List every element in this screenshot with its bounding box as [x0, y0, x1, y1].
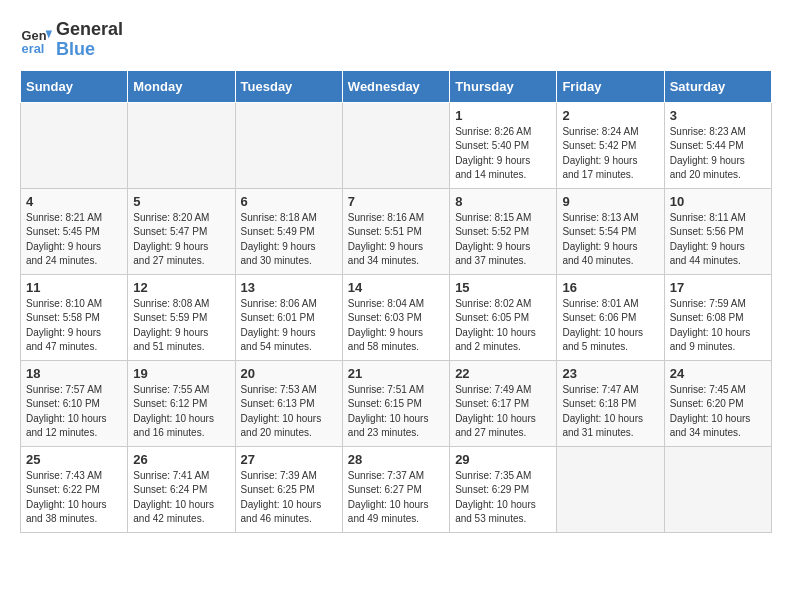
- calendar-cell: [235, 102, 342, 188]
- calendar-cell: [664, 446, 771, 532]
- day-number: 11: [26, 280, 122, 295]
- day-number: 7: [348, 194, 444, 209]
- weekday-header-monday: Monday: [128, 70, 235, 102]
- day-info: Sunrise: 7:49 AM Sunset: 6:17 PM Dayligh…: [455, 383, 551, 441]
- calendar-cell: 24Sunrise: 7:45 AM Sunset: 6:20 PM Dayli…: [664, 360, 771, 446]
- day-info: Sunrise: 8:20 AM Sunset: 5:47 PM Dayligh…: [133, 211, 229, 269]
- day-info: Sunrise: 8:04 AM Sunset: 6:03 PM Dayligh…: [348, 297, 444, 355]
- calendar-cell: [342, 102, 449, 188]
- calendar-cell: 7Sunrise: 8:16 AM Sunset: 5:51 PM Daylig…: [342, 188, 449, 274]
- day-info: Sunrise: 8:21 AM Sunset: 5:45 PM Dayligh…: [26, 211, 122, 269]
- calendar-cell: 14Sunrise: 8:04 AM Sunset: 6:03 PM Dayli…: [342, 274, 449, 360]
- day-number: 12: [133, 280, 229, 295]
- page-header: Gen eral General Blue: [20, 20, 772, 60]
- calendar-cell: 5Sunrise: 8:20 AM Sunset: 5:47 PM Daylig…: [128, 188, 235, 274]
- calendar-cell: [128, 102, 235, 188]
- calendar-cell: 27Sunrise: 7:39 AM Sunset: 6:25 PM Dayli…: [235, 446, 342, 532]
- calendar-week-2: 4Sunrise: 8:21 AM Sunset: 5:45 PM Daylig…: [21, 188, 772, 274]
- day-number: 24: [670, 366, 766, 381]
- calendar-cell: 13Sunrise: 8:06 AM Sunset: 6:01 PM Dayli…: [235, 274, 342, 360]
- weekday-header-tuesday: Tuesday: [235, 70, 342, 102]
- day-number: 16: [562, 280, 658, 295]
- calendar-cell: [21, 102, 128, 188]
- calendar-cell: 17Sunrise: 7:59 AM Sunset: 6:08 PM Dayli…: [664, 274, 771, 360]
- day-info: Sunrise: 8:26 AM Sunset: 5:40 PM Dayligh…: [455, 125, 551, 183]
- day-info: Sunrise: 8:15 AM Sunset: 5:52 PM Dayligh…: [455, 211, 551, 269]
- day-info: Sunrise: 7:47 AM Sunset: 6:18 PM Dayligh…: [562, 383, 658, 441]
- calendar-cell: 12Sunrise: 8:08 AM Sunset: 5:59 PM Dayli…: [128, 274, 235, 360]
- logo: Gen eral General Blue: [20, 20, 123, 60]
- day-number: 2: [562, 108, 658, 123]
- calendar-cell: 16Sunrise: 8:01 AM Sunset: 6:06 PM Dayli…: [557, 274, 664, 360]
- logo-blue: Blue: [56, 40, 123, 60]
- calendar-cell: 28Sunrise: 7:37 AM Sunset: 6:27 PM Dayli…: [342, 446, 449, 532]
- svg-marker-2: [46, 30, 52, 38]
- day-number: 8: [455, 194, 551, 209]
- day-info: Sunrise: 8:06 AM Sunset: 6:01 PM Dayligh…: [241, 297, 337, 355]
- day-info: Sunrise: 8:18 AM Sunset: 5:49 PM Dayligh…: [241, 211, 337, 269]
- day-number: 23: [562, 366, 658, 381]
- calendar-cell: 19Sunrise: 7:55 AM Sunset: 6:12 PM Dayli…: [128, 360, 235, 446]
- calendar-cell: 2Sunrise: 8:24 AM Sunset: 5:42 PM Daylig…: [557, 102, 664, 188]
- calendar-cell: 3Sunrise: 8:23 AM Sunset: 5:44 PM Daylig…: [664, 102, 771, 188]
- day-info: Sunrise: 7:45 AM Sunset: 6:20 PM Dayligh…: [670, 383, 766, 441]
- day-info: Sunrise: 8:23 AM Sunset: 5:44 PM Dayligh…: [670, 125, 766, 183]
- calendar-cell: 1Sunrise: 8:26 AM Sunset: 5:40 PM Daylig…: [450, 102, 557, 188]
- calendar-cell: 20Sunrise: 7:53 AM Sunset: 6:13 PM Dayli…: [235, 360, 342, 446]
- day-number: 10: [670, 194, 766, 209]
- day-info: Sunrise: 7:37 AM Sunset: 6:27 PM Dayligh…: [348, 469, 444, 527]
- calendar-table: SundayMondayTuesdayWednesdayThursdayFrid…: [20, 70, 772, 533]
- day-number: 27: [241, 452, 337, 467]
- day-number: 1: [455, 108, 551, 123]
- day-number: 5: [133, 194, 229, 209]
- day-number: 28: [348, 452, 444, 467]
- calendar-cell: 26Sunrise: 7:41 AM Sunset: 6:24 PM Dayli…: [128, 446, 235, 532]
- calendar-cell: 11Sunrise: 8:10 AM Sunset: 5:58 PM Dayli…: [21, 274, 128, 360]
- calendar-cell: 21Sunrise: 7:51 AM Sunset: 6:15 PM Dayli…: [342, 360, 449, 446]
- day-number: 25: [26, 452, 122, 467]
- calendar-week-5: 25Sunrise: 7:43 AM Sunset: 6:22 PM Dayli…: [21, 446, 772, 532]
- day-info: Sunrise: 8:02 AM Sunset: 6:05 PM Dayligh…: [455, 297, 551, 355]
- day-number: 14: [348, 280, 444, 295]
- day-info: Sunrise: 8:24 AM Sunset: 5:42 PM Dayligh…: [562, 125, 658, 183]
- day-info: Sunrise: 7:51 AM Sunset: 6:15 PM Dayligh…: [348, 383, 444, 441]
- weekday-header-sunday: Sunday: [21, 70, 128, 102]
- calendar-cell: 15Sunrise: 8:02 AM Sunset: 6:05 PM Dayli…: [450, 274, 557, 360]
- calendar-cell: 10Sunrise: 8:11 AM Sunset: 5:56 PM Dayli…: [664, 188, 771, 274]
- day-info: Sunrise: 8:13 AM Sunset: 5:54 PM Dayligh…: [562, 211, 658, 269]
- day-number: 18: [26, 366, 122, 381]
- day-number: 4: [26, 194, 122, 209]
- day-number: 26: [133, 452, 229, 467]
- weekday-header-wednesday: Wednesday: [342, 70, 449, 102]
- day-number: 15: [455, 280, 551, 295]
- day-info: Sunrise: 7:43 AM Sunset: 6:22 PM Dayligh…: [26, 469, 122, 527]
- calendar-cell: 8Sunrise: 8:15 AM Sunset: 5:52 PM Daylig…: [450, 188, 557, 274]
- day-number: 20: [241, 366, 337, 381]
- day-info: Sunrise: 8:10 AM Sunset: 5:58 PM Dayligh…: [26, 297, 122, 355]
- calendar-week-3: 11Sunrise: 8:10 AM Sunset: 5:58 PM Dayli…: [21, 274, 772, 360]
- day-number: 17: [670, 280, 766, 295]
- day-info: Sunrise: 7:53 AM Sunset: 6:13 PM Dayligh…: [241, 383, 337, 441]
- calendar-cell: 29Sunrise: 7:35 AM Sunset: 6:29 PM Dayli…: [450, 446, 557, 532]
- calendar-cell: 4Sunrise: 8:21 AM Sunset: 5:45 PM Daylig…: [21, 188, 128, 274]
- calendar-cell: 25Sunrise: 7:43 AM Sunset: 6:22 PM Dayli…: [21, 446, 128, 532]
- calendar-cell: [557, 446, 664, 532]
- day-info: Sunrise: 7:39 AM Sunset: 6:25 PM Dayligh…: [241, 469, 337, 527]
- logo-icon: Gen eral: [20, 24, 52, 56]
- calendar-week-1: 1Sunrise: 8:26 AM Sunset: 5:40 PM Daylig…: [21, 102, 772, 188]
- day-info: Sunrise: 8:01 AM Sunset: 6:06 PM Dayligh…: [562, 297, 658, 355]
- calendar-week-4: 18Sunrise: 7:57 AM Sunset: 6:10 PM Dayli…: [21, 360, 772, 446]
- weekday-header-thursday: Thursday: [450, 70, 557, 102]
- day-number: 3: [670, 108, 766, 123]
- day-info: Sunrise: 7:57 AM Sunset: 6:10 PM Dayligh…: [26, 383, 122, 441]
- day-info: Sunrise: 8:16 AM Sunset: 5:51 PM Dayligh…: [348, 211, 444, 269]
- day-info: Sunrise: 7:41 AM Sunset: 6:24 PM Dayligh…: [133, 469, 229, 527]
- day-info: Sunrise: 7:55 AM Sunset: 6:12 PM Dayligh…: [133, 383, 229, 441]
- weekday-header-saturday: Saturday: [664, 70, 771, 102]
- weekday-header-friday: Friday: [557, 70, 664, 102]
- calendar-cell: 9Sunrise: 8:13 AM Sunset: 5:54 PM Daylig…: [557, 188, 664, 274]
- calendar-cell: 23Sunrise: 7:47 AM Sunset: 6:18 PM Dayli…: [557, 360, 664, 446]
- svg-text:eral: eral: [22, 41, 45, 56]
- day-number: 29: [455, 452, 551, 467]
- day-number: 6: [241, 194, 337, 209]
